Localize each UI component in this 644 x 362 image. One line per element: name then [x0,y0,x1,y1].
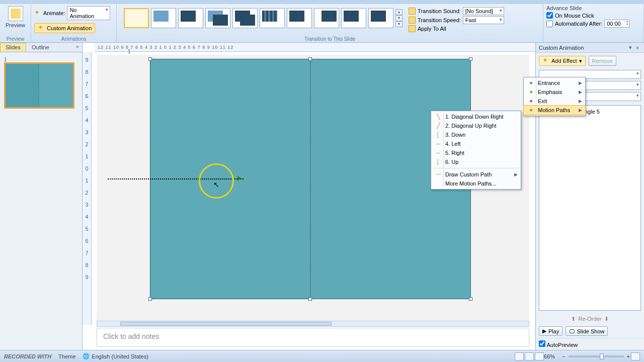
transition-thumb-2[interactable] [151,8,176,28]
transition-gallery[interactable]: ▴ ▾ ▾ [120,6,407,30]
transition-thumb-10[interactable] [368,8,393,28]
transition-thumb-5[interactable] [232,8,258,28]
path-down[interactable]: │3. Down [431,130,521,139]
zoom-percent[interactable]: 66% [544,353,555,359]
autopreview-checkbox[interactable]: AutoPreview [539,342,578,348]
emphasis-icon: ✦ [527,89,535,96]
transition-thumb-9[interactable] [341,8,366,28]
path-label-1: 1. Diagonal Down Right [445,114,504,120]
zoom-slider[interactable] [569,355,624,357]
zoom-out-icon[interactable]: − [562,353,565,359]
motion-path-end-icon [237,176,242,181]
group-label-transition: Transition to This Slide [120,36,540,42]
ruler-horizontal: 12 11 10 9 8 7 6 5 4 3 2 1 0 1 2 3 4 5 6… [95,43,535,52]
ca-pane-menu-icon[interactable]: ▾ [627,44,634,51]
path-draw-label: Draw Custom Path [445,171,492,177]
apply-to-all-button[interactable]: Apply To All [409,25,504,32]
fit-window-button[interactable] [631,352,640,360]
menu-exit[interactable]: ✦Exit▶ [524,97,585,106]
menu-entrance[interactable]: ✦Entrance▶ [524,78,585,87]
effect-list[interactable]: 1 🖱 Rectangle 5 [539,105,641,311]
reorder-label: Re-Order [579,316,602,322]
custom-animation-button[interactable]: Custom Animation [34,23,95,33]
menu-entrance-label: Entrance [538,80,560,86]
status-language[interactable]: 🌐 English (United States) [83,353,148,359]
path-more-label: More Motion Paths... [445,180,497,187]
right-icon: ─ [434,150,442,156]
preview-label: Preview [4,22,28,28]
transition-thumb-3[interactable] [178,8,203,28]
sound-dropdown[interactable]: [No Sound] [463,7,504,15]
diag-up-right-icon: ╱ [434,123,442,129]
notes-pane[interactable]: Click to add notes [97,328,529,347]
ca-pane-close-icon[interactable]: × [634,45,641,51]
page-indicator: 1 [128,49,131,54]
view-slideshow-button[interactable] [535,352,544,360]
path-more[interactable]: More Motion Paths... [431,179,521,188]
gallery-up-icon[interactable]: ▴ [395,9,403,15]
remove-button[interactable]: Remove [589,56,616,66]
menu-emphasis[interactable]: ✦Emphasis▶ [524,87,585,97]
on-mouse-click-input[interactable] [546,12,553,19]
view-sorter-button[interactable] [525,352,534,360]
remove-label: Remove [592,58,613,64]
apply-all-label: Apply To All [418,26,446,32]
tab-outline[interactable]: Outline [26,43,55,52]
auto-after-spinner[interactable]: 00:00 [604,20,629,28]
left-icon: ─ [434,141,442,147]
path-left[interactable]: ─4. Left [431,139,521,148]
resize-handle[interactable] [148,297,152,301]
reorder-down-icon[interactable]: ⬇ [604,316,609,322]
exit-icon: ✦ [527,98,535,105]
transition-thumb-6[interactable] [260,8,285,28]
down-icon: │ [434,132,442,138]
tab-slides[interactable]: Slides [0,43,26,52]
path-label-2: 2. Diagonal Up Right [445,123,497,129]
custom-animation-icon [38,25,45,32]
view-normal-button[interactable] [515,352,524,360]
slide-thumbnail-1[interactable]: 1 [4,56,78,109]
speed-dropdown[interactable]: Fast [463,16,504,24]
path-draw-custom[interactable]: 〰Draw Custom Path▶ [431,170,521,179]
path-label-6: 6. Up [445,159,458,165]
recorded-watermark: RECORDED WITH [4,353,51,359]
custom-animation-label: Custom Animation [47,25,92,31]
transition-thumb-none[interactable] [124,8,149,28]
slideshow-label: Slide Show [577,328,604,334]
resize-handle[interactable] [148,57,152,61]
resize-handle[interactable] [469,57,472,61]
reorder-up-icon[interactable]: ⬆ [571,316,576,322]
path-up[interactable]: │6. Up [431,157,521,166]
zoom-in-icon[interactable]: + [627,353,630,359]
menu-emphasis-label: Emphasis [538,89,562,95]
auto-after-checkbox[interactable]: Automatically After: 00:00 [546,20,640,28]
on-mouse-click-checkbox[interactable]: On Mouse Click [546,12,640,19]
auto-after-input[interactable] [546,21,553,27]
path-diag-up-right[interactable]: ╱2. Diagonal Up Right [431,121,521,130]
horizontal-scrollbar[interactable] [97,321,529,327]
add-effect-label: Add Effect [551,58,577,64]
group-label-animations: Animations [34,36,113,42]
slide-thumb-image [4,62,74,109]
status-bar: RECORDED WITH Theme 🌐 English (United St… [0,350,644,362]
slideshow-button[interactable]: 🖵 Slide Show [566,326,608,336]
add-effect-button[interactable]: Add Effect ▾ [539,56,586,66]
menu-motion-paths[interactable]: ✦Motion Paths▶ [524,106,585,115]
path-diag-down-right[interactable]: ╲1. Diagonal Down Right [431,112,521,121]
autopreview-input[interactable] [539,340,545,347]
path-right[interactable]: ─5. Right [431,148,521,157]
gallery-more-icon[interactable]: ▾ [395,21,403,27]
animate-dropdown[interactable]: No Animation [67,6,110,20]
transition-thumb-4[interactable] [205,8,230,28]
status-language-label: English (United States) [92,353,148,359]
gallery-down-icon[interactable]: ▾ [395,15,403,21]
resize-handle[interactable] [308,57,312,61]
preview-icon [8,6,23,21]
transition-thumb-8[interactable] [314,8,339,28]
slides-panel-close-icon[interactable]: × [73,43,82,52]
play-button[interactable]: ▶ Play [539,326,562,336]
resize-handle[interactable] [469,297,472,301]
transition-thumb-7[interactable] [287,8,312,28]
resize-handle[interactable] [308,297,312,301]
preview-button[interactable]: Preview [4,6,28,28]
